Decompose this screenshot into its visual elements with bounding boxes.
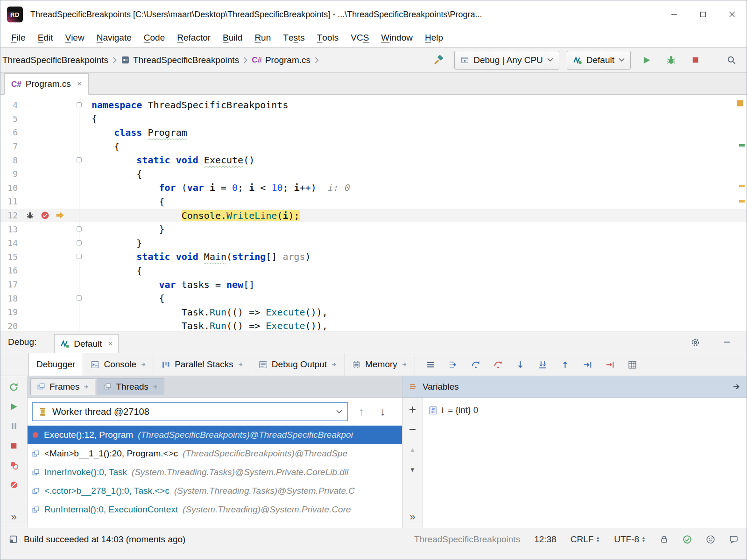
- frame-up-button[interactable]: ↑: [353, 404, 369, 420]
- line-separator-select[interactable]: CRLF ▲▼: [571, 534, 600, 545]
- line-number[interactable]: 7: [0, 141, 22, 151]
- pause-button[interactable]: [7, 419, 21, 433]
- stripe-mark-orange[interactable]: [739, 185, 745, 187]
- line-number[interactable]: 16: [0, 266, 22, 275]
- stripe-mark-orange[interactable]: [739, 200, 745, 203]
- code-line[interactable]: 9 {: [0, 167, 747, 181]
- code-line[interactable]: 19 Task.Run(() => Execute()),: [0, 305, 747, 319]
- run-to-cursor-button[interactable]: [578, 355, 597, 374]
- thread-selector[interactable]: Worker thread @27108: [32, 402, 348, 421]
- menu-view[interactable]: View: [59, 28, 90, 47]
- lock-icon[interactable]: [660, 535, 669, 544]
- resume-button[interactable]: [7, 399, 21, 413]
- menu-edit[interactable]: Edit: [32, 28, 59, 47]
- search-everywhere-button[interactable]: [723, 52, 740, 69]
- rerun-button[interactable]: [7, 380, 21, 394]
- scroll-down-button[interactable]: ▼: [406, 463, 420, 476]
- stack-frame-row[interactable]: RunInternal():0, ExecutionContext (Syste…: [28, 500, 402, 519]
- frames-tab-frames[interactable]: Frames: [30, 378, 95, 395]
- inspections-ok-icon[interactable]: [683, 535, 692, 544]
- frame-down-button[interactable]: ↓: [375, 404, 391, 420]
- inspection-status-icon[interactable]: [737, 100, 743, 106]
- stop-button[interactable]: [687, 52, 704, 69]
- debug-tab-debugger[interactable]: Debugger: [28, 353, 83, 376]
- scroll-up-button[interactable]: ▲: [406, 443, 420, 455]
- mute-breakpoints-button[interactable]: [7, 478, 21, 492]
- line-number[interactable]: 14: [0, 238, 22, 248]
- code-line[interactable]: 7 {: [0, 140, 747, 154]
- fold-marker-icon[interactable]: [77, 157, 82, 162]
- force-run-to-cursor-button[interactable]: [601, 355, 620, 374]
- menu-help[interactable]: Help: [419, 28, 449, 47]
- close-button[interactable]: [718, 0, 747, 28]
- force-step-over-button[interactable]: [489, 355, 507, 374]
- stack-frame-row[interactable]: <.cctor>b__278_1():0, Task.<>c (System.T…: [28, 482, 402, 500]
- menu-code[interactable]: Code: [138, 28, 171, 47]
- breadcrumb-item[interactable]: ThreadSpecificBreakpoints: [1, 55, 109, 65]
- fold-marker-icon[interactable]: [77, 254, 82, 259]
- debug-tab-parallel-stacks[interactable]: Parallel Stacks: [154, 353, 251, 376]
- code-line[interactable]: 17 var tasks = new[]: [0, 278, 747, 292]
- run-config-select[interactable]: Default: [567, 51, 631, 70]
- debug-session-tab[interactable]: Default ×: [54, 334, 119, 353]
- line-number[interactable]: 13: [0, 224, 22, 234]
- smart-step-into-button[interactable]: [534, 355, 552, 374]
- menu-vcs[interactable]: VCS: [345, 28, 375, 47]
- debug-tab-console[interactable]: Console: [83, 353, 154, 376]
- notifications-icon[interactable]: [729, 535, 738, 544]
- line-number[interactable]: 12: [0, 210, 22, 220]
- settings-button[interactable]: [686, 333, 705, 351]
- code-line[interactable]: 6 class Program: [0, 126, 747, 140]
- code-line[interactable]: 14 }: [0, 236, 747, 250]
- hide-panel-icon[interactable]: [733, 383, 740, 391]
- code-line[interactable]: 5{: [0, 112, 747, 126]
- stop-red-button[interactable]: [7, 439, 21, 453]
- line-number[interactable]: 8: [0, 155, 22, 165]
- line-number[interactable]: 20: [0, 321, 22, 331]
- hide-toolwindow-button[interactable]: [718, 333, 736, 351]
- close-session-icon[interactable]: ×: [108, 339, 113, 349]
- line-number[interactable]: 10: [0, 183, 22, 193]
- code-line[interactable]: 15 static void Main(string[] args): [0, 250, 747, 264]
- code-line[interactable]: 13 }: [0, 222, 747, 236]
- fold-marker-icon[interactable]: [77, 295, 82, 301]
- variable-row[interactable]: 1001i= {int} 0: [429, 402, 741, 418]
- encoding-select[interactable]: UTF-8 ▲▼: [614, 534, 646, 545]
- stripe-mark-green[interactable]: [739, 144, 745, 147]
- menu-run[interactable]: Run: [248, 28, 277, 47]
- frames-tab-threads[interactable]: Threads: [97, 378, 164, 395]
- code-line[interactable]: 4namespace ThreadSpecificBreakpoints: [0, 98, 747, 112]
- line-number[interactable]: 9: [0, 169, 22, 179]
- fold-marker-icon[interactable]: [77, 226, 82, 231]
- settings-menu-button[interactable]: [422, 355, 440, 374]
- breadcrumb-item[interactable]: C#Program.cs: [251, 55, 311, 65]
- caret-position[interactable]: 12:38: [534, 534, 557, 545]
- solution-config-select[interactable]: Debug | Any CPU: [454, 51, 559, 70]
- fold-marker-icon[interactable]: [77, 240, 82, 245]
- line-number[interactable]: 19: [0, 307, 22, 317]
- more-button[interactable]: »: [7, 510, 21, 524]
- minimize-button[interactable]: [660, 0, 689, 28]
- run-button[interactable]: [638, 52, 655, 69]
- build-solution-button[interactable]: [430, 52, 447, 69]
- fold-marker-icon[interactable]: [77, 102, 82, 107]
- stack-frame-row[interactable]: Execute():12, Program (ThreadSpecificBre…: [28, 426, 402, 444]
- debug-tab-debug-output[interactable]: Debug Output: [251, 353, 345, 376]
- menu-build[interactable]: Build: [217, 28, 248, 47]
- layout-grid-button[interactable]: [623, 355, 642, 374]
- code-line[interactable]: 11 {: [0, 195, 747, 209]
- remove-watch-button[interactable]: −: [406, 423, 420, 435]
- code-line[interactable]: 16 {: [0, 264, 747, 278]
- line-number[interactable]: 5: [0, 114, 22, 124]
- code-line[interactable]: 8 static void Execute(): [0, 153, 747, 167]
- variables-menu-icon[interactable]: [409, 382, 417, 391]
- error-stripe[interactable]: [734, 95, 747, 331]
- menu-navigate[interactable]: Navigate: [91, 28, 138, 47]
- menu-tools[interactable]: Tools: [311, 28, 345, 47]
- breadcrumb-item[interactable]: ThreadSpecificBreakpoints: [120, 55, 240, 65]
- breakpoint-icon[interactable]: [41, 211, 49, 220]
- editor-tab-program-cs[interactable]: C# Program.cs ×: [4, 73, 89, 95]
- debug-button[interactable]: [662, 52, 679, 69]
- step-out-button[interactable]: [556, 355, 575, 374]
- code-line[interactable]: 12 Console.WriteLine(i);: [0, 209, 747, 223]
